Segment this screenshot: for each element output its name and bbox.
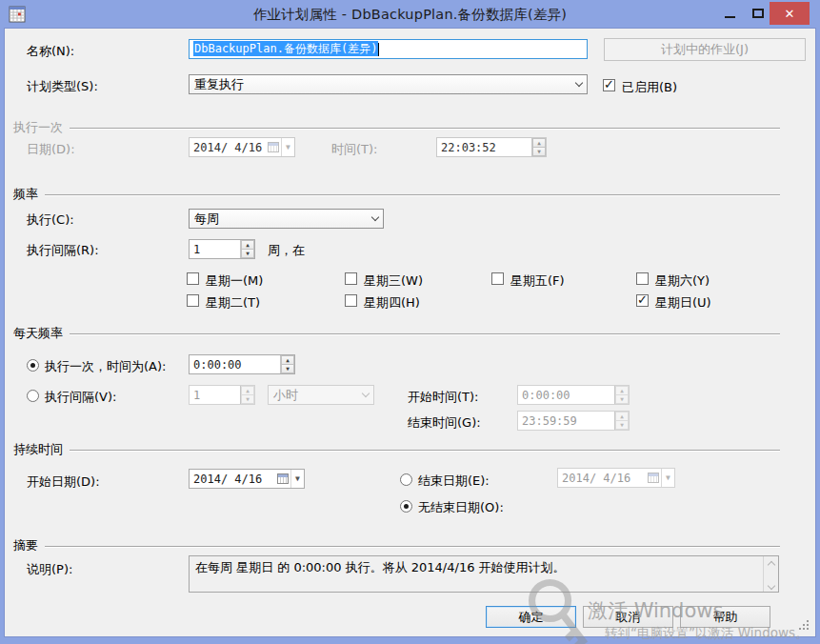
- recurs-suffix-text: 周，在: [268, 242, 305, 259]
- start-time-label: 开始时间(T):: [408, 389, 478, 406]
- weekday-tuesday-checkbox[interactable]: [187, 294, 199, 307]
- chevron-down-icon: [570, 75, 587, 93]
- weekday-saturday-checkbox[interactable]: [636, 272, 649, 285]
- weekday-monday-label: 星期一(M): [206, 272, 263, 290]
- one-time-date-label: 日期(D):: [27, 141, 75, 158]
- enabled-checkbox[interactable]: [603, 79, 615, 91]
- daily-frequency-section-title: 每天频率: [13, 325, 63, 342]
- section-divider: [70, 128, 780, 130]
- weekday-saturday-label: 星期六(Y): [655, 272, 710, 290]
- weekday-friday-label: 星期五(F): [510, 272, 565, 290]
- spinner-buttons: ▲▼: [531, 138, 546, 156]
- frequency-section: 频率: [13, 188, 780, 201]
- end-time-label: 结束时间(G):: [408, 414, 481, 432]
- spinner-buttons: ▲▼: [614, 386, 629, 404]
- spin-up-icon: ▲: [615, 412, 629, 421]
- duration-section-title: 持续时间: [13, 441, 63, 458]
- weekday-sunday-checkbox[interactable]: [636, 294, 649, 307]
- interval-unit-select: 小时: [268, 385, 374, 405]
- spin-up-icon: ▲: [532, 138, 546, 148]
- start-date-picker[interactable]: 2014/ 4/16 ▼: [189, 469, 305, 489]
- name-label: 名称(N):: [27, 43, 74, 60]
- weekday-sunday-label: 星期日(U): [655, 294, 711, 312]
- occurs-once-radio[interactable]: [27, 359, 39, 372]
- calendar-icon: [268, 142, 279, 152]
- weekday-monday-checkbox[interactable]: [187, 272, 199, 285]
- description-scrollbar[interactable]: [763, 556, 778, 592]
- spin-down-icon: ▼: [241, 395, 254, 404]
- end-date-label: 结束日期(E):: [418, 473, 490, 490]
- recurs-spinner[interactable]: 1 ▲▼: [189, 239, 255, 259]
- spin-down-icon: ▼: [241, 250, 254, 258]
- minimize-button[interactable]: [717, 2, 742, 25]
- jobs-in-schedule-button: 计划中的作业(J): [604, 38, 806, 61]
- name-input[interactable]: DbBackupPlan.备份数据库(差异): [189, 39, 588, 59]
- occurs-select[interactable]: 每周: [189, 209, 384, 229]
- chevron-down-icon: [367, 210, 383, 228]
- interval-value-spinner: 1 ▲▼: [189, 385, 255, 405]
- spin-up-icon: ▲: [281, 355, 294, 365]
- spin-up-icon: ▲: [241, 240, 254, 250]
- section-divider: [70, 333, 780, 335]
- weekday-wednesday-label: 星期三(W): [364, 272, 423, 290]
- one-time-section: 执行一次: [13, 121, 780, 134]
- weekday-thursday-checkbox[interactable]: [345, 294, 357, 307]
- job-schedule-properties-dialog: 作业计划属性 - DbBackupPlan.备份数据库(差异) ✕ 名称(N):…: [0, 0, 820, 644]
- maximize-button[interactable]: [746, 2, 770, 25]
- frequency-section-title: 频率: [13, 186, 38, 203]
- start-date-label: 开始日期(D):: [27, 473, 100, 491]
- enabled-label: 已启用(B): [622, 79, 677, 96]
- schedule-type-label: 计划类型(S):: [27, 78, 98, 95]
- end-date-picker: 2014/ 4/16 ▼: [557, 468, 675, 488]
- start-time-spinner: 0:00:00 ▲▼: [517, 385, 630, 405]
- weekday-friday-checkbox[interactable]: [491, 272, 504, 285]
- window-title: 作业计划属性 - DbBackupPlan.备份数据库(差异): [0, 6, 820, 24]
- occurs-interval-label: 执行间隔(V):: [45, 389, 116, 406]
- end-time-spinner: 23:59:59 ▲▼: [517, 411, 630, 431]
- name-input-selected-text: DbBackupPlan.备份数据库(差异): [193, 41, 378, 56]
- daily-frequency-section: 每天频率: [13, 327, 780, 340]
- minimize-icon: [725, 16, 735, 18]
- maximize-icon: [752, 9, 764, 18]
- summary-section-title: 摘要: [13, 537, 38, 554]
- titlebar[interactable]: 作业计划属性 - DbBackupPlan.备份数据库(差异) ✕: [0, 0, 820, 29]
- section-divider: [45, 546, 780, 548]
- spin-down-icon: ▼: [532, 148, 546, 156]
- weekday-tuesday-label: 星期二(T): [206, 294, 260, 312]
- no-end-date-radio[interactable]: [400, 500, 412, 513]
- spin-down-icon: ▼: [615, 395, 629, 404]
- weekday-wednesday-checkbox[interactable]: [345, 272, 357, 285]
- one-time-date-picker: 2014/ 4/16 ▼: [189, 137, 295, 157]
- schedule-type-select[interactable]: 重复执行: [189, 74, 588, 94]
- ok-button[interactable]: 确定: [486, 606, 576, 628]
- resize-grip[interactable]: [798, 619, 810, 631]
- description-label: 说明(P):: [27, 561, 72, 578]
- cancel-button[interactable]: 取消: [583, 606, 673, 628]
- section-divider: [45, 194, 780, 196]
- occurs-interval-radio[interactable]: [27, 390, 39, 402]
- weekday-thursday-label: 星期四(H): [364, 294, 420, 312]
- close-icon: ✕: [785, 7, 795, 21]
- no-end-date-label: 无结束日期(O):: [418, 499, 504, 516]
- scroll-down-icon: [767, 582, 774, 590]
- help-button[interactable]: 帮助: [680, 606, 770, 628]
- spin-up-icon: ▲: [615, 386, 629, 395]
- spin-down-icon: ▼: [615, 421, 629, 430]
- chevron-down-icon: [357, 386, 373, 404]
- spinner-buttons[interactable]: ▲▼: [240, 240, 254, 258]
- occurs-label: 执行(C):: [27, 211, 74, 229]
- spin-up-icon: ▲: [241, 386, 254, 395]
- occurs-once-time-spinner[interactable]: 0:00:00 ▲▼: [189, 354, 295, 374]
- date-dropdown-icon: ▼: [281, 138, 294, 156]
- end-date-radio[interactable]: [400, 473, 412, 486]
- calendar-icon: [277, 473, 289, 484]
- recurs-label: 执行间隔(R):: [27, 242, 99, 259]
- section-divider: [70, 450, 780, 452]
- one-time-time-label: 时间(T):: [331, 141, 377, 158]
- spin-down-icon: ▼: [281, 365, 294, 373]
- one-time-time-spinner: 22:03:52 ▲▼: [436, 137, 547, 157]
- spinner-buttons[interactable]: ▲▼: [280, 355, 294, 373]
- close-button[interactable]: ✕: [770, 2, 810, 25]
- scroll-up-icon: [767, 561, 774, 569]
- date-dropdown-icon[interactable]: ▼: [290, 470, 304, 488]
